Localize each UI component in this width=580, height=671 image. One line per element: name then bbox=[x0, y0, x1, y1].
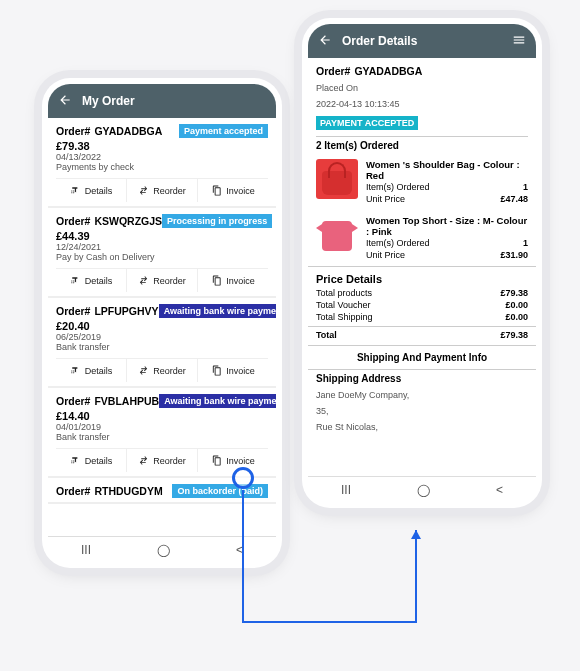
placed-on-value: 2022-04-13 10:13:45 bbox=[308, 96, 536, 112]
items-header: 2 Item(s) Ordered bbox=[308, 137, 536, 154]
status-badge: Processing in progress bbox=[162, 214, 272, 228]
details-scroll[interactable]: Order# GYADADBGA Placed On 2022-04-13 10… bbox=[308, 58, 536, 476]
order-date: 12/24/2021 bbox=[56, 242, 268, 252]
price-details-title: Price Details bbox=[308, 266, 536, 287]
phone-my-orders: My Order Order# GYADADBGA Payment accept… bbox=[42, 78, 282, 568]
shipping-address-label: Shipping Address bbox=[308, 370, 536, 387]
reorder-button[interactable]: Reorder bbox=[127, 359, 198, 382]
payment-method: Bank transfer bbox=[56, 342, 268, 352]
nav-back-icon[interactable]: < bbox=[496, 483, 503, 497]
details-button[interactable]: Details bbox=[56, 449, 127, 472]
page-title: Order Details bbox=[342, 34, 417, 48]
details-button[interactable]: Details bbox=[56, 359, 127, 382]
order-amount: £20.40 bbox=[56, 320, 268, 332]
invoice-button[interactable]: Invoice bbox=[198, 269, 268, 292]
phone-screen: My Order Order# GYADADBGA Payment accept… bbox=[48, 84, 276, 562]
status-badge: On backorder (paid) bbox=[172, 484, 268, 498]
order-prefix: Order# bbox=[316, 65, 350, 77]
order-card[interactable]: Order# RTHDUGDYM On backorder (paid) bbox=[48, 478, 276, 504]
product-title: Women Top Short - Size : M- Colour : Pin… bbox=[366, 215, 528, 237]
payment-method: Bank transfer bbox=[56, 432, 268, 442]
status-badge: PAYMENT ACCEPTED bbox=[316, 116, 418, 130]
ship-line: Rue St Nicolas, bbox=[308, 419, 536, 435]
payment-method: Payments by check bbox=[56, 162, 268, 172]
page-title: My Order bbox=[82, 94, 135, 108]
android-nav: III ◯ < bbox=[308, 476, 536, 502]
ship-line: 35, bbox=[308, 403, 536, 419]
order-number: GYADADBGA bbox=[354, 65, 422, 77]
order-card[interactable]: Order# KSWQRZGJS Processing in progress … bbox=[48, 208, 276, 298]
details-button[interactable]: Details bbox=[56, 269, 127, 292]
line-item: Women 's Shoulder Bag - Colour : Red Ite… bbox=[308, 154, 536, 210]
phone-order-details: Order Details Order# GYADADBGA Placed On… bbox=[302, 18, 542, 508]
shipping-payment-title: Shipping And Payment Info bbox=[308, 345, 536, 370]
status-badge: Awaiting bank wire payment bbox=[159, 304, 276, 318]
back-icon[interactable] bbox=[58, 93, 72, 110]
ship-line: Jane DoeMy Company, bbox=[308, 387, 536, 403]
status-badge: Awaiting bank wire payment bbox=[159, 394, 276, 408]
invoice-button[interactable]: Invoice bbox=[198, 359, 268, 382]
reorder-button[interactable]: Reorder bbox=[127, 269, 198, 292]
phone-screen: Order Details Order# GYADADBGA Placed On… bbox=[308, 24, 536, 502]
placed-on-label: Placed On bbox=[308, 80, 536, 96]
nav-home-icon[interactable]: ◯ bbox=[417, 483, 430, 497]
invoice-button[interactable]: Invoice bbox=[198, 449, 268, 472]
order-card[interactable]: Order# GYADADBGA Payment accepted £79.38… bbox=[48, 118, 276, 208]
order-date: 04/13/2022 bbox=[56, 152, 268, 162]
product-title: Women 's Shoulder Bag - Colour : Red bbox=[366, 159, 528, 181]
nav-back-icon[interactable]: < bbox=[236, 543, 243, 557]
payment-method: Pay by Cash on Delivery bbox=[56, 252, 268, 262]
reorder-button[interactable]: Reorder bbox=[127, 179, 198, 202]
details-button[interactable]: Details bbox=[56, 179, 127, 202]
back-icon[interactable] bbox=[318, 33, 332, 50]
order-amount: £44.39 bbox=[56, 230, 268, 242]
status-badge: Payment accepted bbox=[179, 124, 268, 138]
order-card[interactable]: Order# LPFUPGHVY Awaiting bank wire paym… bbox=[48, 298, 276, 388]
items-list: Women 's Shoulder Bag - Colour : Red Ite… bbox=[308, 154, 536, 266]
product-image bbox=[316, 159, 358, 199]
android-nav: III ◯ < bbox=[48, 536, 276, 562]
reorder-button[interactable]: Reorder bbox=[127, 449, 198, 472]
invoice-button[interactable]: Invoice bbox=[198, 179, 268, 202]
order-card[interactable]: Order# FVBLAHPUB Awaiting bank wire paym… bbox=[48, 388, 276, 478]
order-date: 04/01/2019 bbox=[56, 422, 268, 432]
line-item: Women Top Short - Size : M- Colour : Pin… bbox=[308, 210, 536, 266]
order-date: 06/25/2019 bbox=[56, 332, 268, 342]
order-amount: £79.38 bbox=[56, 140, 268, 152]
app-bar: My Order bbox=[48, 84, 276, 118]
menu-icon[interactable] bbox=[512, 33, 526, 50]
orders-list[interactable]: Order# GYADADBGA Payment accepted £79.38… bbox=[48, 118, 276, 536]
app-bar: Order Details bbox=[308, 24, 536, 58]
product-image bbox=[316, 215, 358, 255]
nav-home-icon[interactable]: ◯ bbox=[157, 543, 170, 557]
nav-recent-icon[interactable]: III bbox=[341, 483, 351, 497]
nav-recent-icon[interactable]: III bbox=[81, 543, 91, 557]
order-amount: £14.40 bbox=[56, 410, 268, 422]
